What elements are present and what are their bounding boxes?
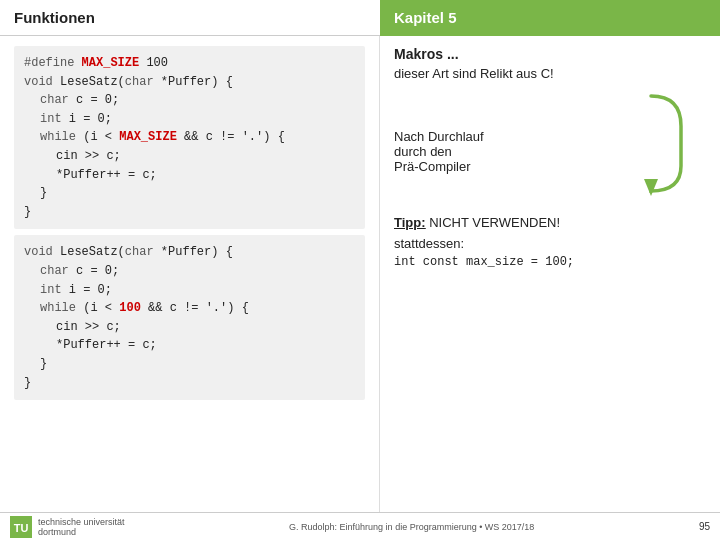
nach-box: Nach Durchlauf durch den Prä-Compiler <box>394 129 484 174</box>
code-line-end1: } <box>24 203 355 222</box>
footer-uni-line1: technische universität <box>38 517 125 527</box>
header: Funktionen Kapitel 5 <box>0 0 720 36</box>
left-panel: #define MAX_SIZE 100 void LeseSatz(char … <box>0 36 380 512</box>
code-line-while2: while (i < 100 && c != '.') { <box>40 299 355 318</box>
code-line-char1: char c = 0; <box>40 91 355 110</box>
code-line-close1: } <box>40 184 355 203</box>
kapitel-title: Kapitel 5 <box>394 9 457 26</box>
footer-uni-line2: dortmund <box>38 527 125 537</box>
code-line-char2: char c = 0; <box>40 262 355 281</box>
code-line-end2: } <box>24 374 355 393</box>
code-line-void2: void LeseSatz(char *Puffer) { <box>24 243 355 262</box>
statt-line: stattdessen: <box>394 236 706 251</box>
right-panel: Makros ... dieser Art sind Relikt aus C!… <box>380 36 720 512</box>
code-line-puffer2: *Puffer++ = c; <box>56 336 355 355</box>
code-block-2: void LeseSatz(char *Puffer) { char c = 0… <box>14 235 365 400</box>
code-line-cin2: cin >> c; <box>56 318 355 337</box>
code-line-while1: while (i < MAX_SIZE && c != '.') { <box>40 128 355 147</box>
footer-logo-area: TU technische universität dortmund <box>10 516 125 538</box>
nach-line2: durch den <box>394 144 484 159</box>
code-line-define: #define MAX_SIZE 100 <box>24 54 355 73</box>
tipp-label: Tipp: <box>394 215 426 230</box>
tipp-line: Tipp: NICHT VERWENDEN! <box>394 215 706 230</box>
header-right-title: Kapitel 5 <box>380 0 720 36</box>
int-const-line: int const max_size = 100; <box>394 255 706 269</box>
makros-title: Makros ... <box>394 46 706 62</box>
tipp-text: NICHT VERWENDEN! <box>426 215 561 230</box>
code-line-void1: void LeseSatz(char *Puffer) { <box>24 73 355 92</box>
footer: TU technische universität dortmund G. Ru… <box>0 512 720 540</box>
svg-text:TU: TU <box>14 522 29 534</box>
code-line-close2: } <box>40 355 355 374</box>
code-line-cin1: cin >> c; <box>56 147 355 166</box>
makros-sub: dieser Art sind Relikt aus C! <box>394 66 706 81</box>
header-left-title: Funktionen <box>0 9 380 26</box>
footer-page: 95 <box>699 521 710 532</box>
main-content: #define MAX_SIZE 100 void LeseSatz(char … <box>0 36 720 512</box>
code-line-int1: int i = 0; <box>40 110 355 129</box>
arrow-area: Nach Durchlauf durch den Prä-Compiler <box>394 91 706 211</box>
nach-line1: Nach Durchlauf <box>394 129 484 144</box>
funktionen-title: Funktionen <box>14 9 95 26</box>
code-line-int2: int i = 0; <box>40 281 355 300</box>
code-line-puffer1: *Puffer++ = c; <box>56 166 355 185</box>
tu-logo-icon: TU <box>10 516 32 538</box>
footer-attribution: G. Rudolph: Einführung in die Programmie… <box>289 522 534 532</box>
svg-marker-0 <box>644 179 658 196</box>
arrow-icon <box>616 91 686 201</box>
footer-university-name: technische universität dortmund <box>38 517 125 537</box>
code-block-1: #define MAX_SIZE 100 void LeseSatz(char … <box>14 46 365 229</box>
nach-line3: Prä-Compiler <box>394 159 484 174</box>
